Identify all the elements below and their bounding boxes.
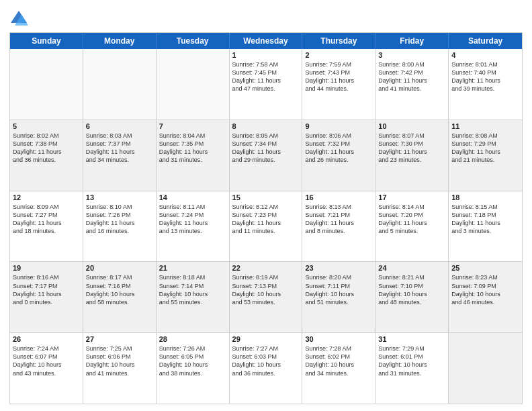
day-info: Sunrise: 8:17 AM Sunset: 7:16 PM Dayligh… bbox=[86, 273, 153, 306]
calendar-cell bbox=[449, 333, 522, 404]
calendar-cell: 31Sunrise: 7:29 AM Sunset: 6:01 PM Dayli… bbox=[375, 333, 449, 404]
calendar-row-0: 1Sunrise: 7:58 AM Sunset: 7:45 PM Daylig… bbox=[10, 49, 522, 120]
day-info: Sunrise: 8:02 AM Sunset: 7:38 PM Dayligh… bbox=[13, 132, 80, 165]
day-info: Sunrise: 8:18 AM Sunset: 7:14 PM Dayligh… bbox=[159, 273, 226, 306]
day-info: Sunrise: 8:11 AM Sunset: 7:24 PM Dayligh… bbox=[159, 203, 226, 236]
day-info: Sunrise: 7:59 AM Sunset: 7:43 PM Dayligh… bbox=[305, 60, 372, 93]
day-info: Sunrise: 8:20 AM Sunset: 7:11 PM Dayligh… bbox=[305, 273, 372, 306]
day-number: 4 bbox=[451, 51, 519, 59]
calendar-cell: 23Sunrise: 8:20 AM Sunset: 7:11 PM Dayli… bbox=[302, 262, 375, 332]
calendar-cell: 22Sunrise: 8:19 AM Sunset: 7:13 PM Dayli… bbox=[230, 262, 303, 332]
calendar-row-1: 5Sunrise: 8:02 AM Sunset: 7:38 PM Daylig… bbox=[10, 120, 522, 191]
logo-icon bbox=[9, 9, 28, 28]
calendar-header: SundayMondayTuesdayWednesdayThursdayFrid… bbox=[10, 33, 522, 49]
calendar-cell: 8Sunrise: 8:05 AM Sunset: 7:34 PM Daylig… bbox=[230, 120, 303, 191]
header-day-sunday: Sunday bbox=[10, 33, 83, 49]
day-number: 7 bbox=[159, 122, 226, 130]
day-number: 27 bbox=[86, 335, 153, 343]
header bbox=[9, 7, 523, 28]
calendar-cell: 16Sunrise: 8:13 AM Sunset: 7:21 PM Dayli… bbox=[302, 191, 375, 262]
day-info: Sunrise: 8:08 AM Sunset: 7:29 PM Dayligh… bbox=[451, 132, 519, 165]
calendar-cell: 11Sunrise: 8:08 AM Sunset: 7:29 PM Dayli… bbox=[449, 120, 522, 191]
day-number: 25 bbox=[451, 264, 519, 272]
day-number: 31 bbox=[378, 335, 445, 343]
day-number: 24 bbox=[378, 264, 445, 272]
day-info: Sunrise: 8:13 AM Sunset: 7:21 PM Dayligh… bbox=[305, 203, 372, 236]
header-day-tuesday: Tuesday bbox=[157, 33, 230, 49]
day-number: 13 bbox=[86, 193, 153, 201]
calendar-cell bbox=[157, 49, 230, 120]
calendar-cell: 10Sunrise: 8:07 AM Sunset: 7:30 PM Dayli… bbox=[375, 120, 449, 191]
day-number: 28 bbox=[159, 335, 226, 343]
day-number: 21 bbox=[159, 264, 226, 272]
day-info: Sunrise: 8:05 AM Sunset: 7:34 PM Dayligh… bbox=[232, 132, 300, 165]
day-number: 12 bbox=[13, 193, 80, 201]
day-number: 9 bbox=[305, 122, 372, 130]
header-day-thursday: Thursday bbox=[302, 33, 375, 49]
calendar-cell bbox=[83, 49, 157, 120]
day-number: 2 bbox=[305, 51, 372, 59]
day-info: Sunrise: 8:14 AM Sunset: 7:20 PM Dayligh… bbox=[378, 203, 445, 236]
calendar-cell bbox=[10, 49, 83, 120]
day-number: 29 bbox=[232, 335, 300, 343]
day-number: 23 bbox=[305, 264, 372, 272]
day-info: Sunrise: 8:16 AM Sunset: 7:17 PM Dayligh… bbox=[13, 273, 80, 306]
calendar-cell: 26Sunrise: 7:24 AM Sunset: 6:07 PM Dayli… bbox=[10, 333, 83, 404]
day-number: 17 bbox=[378, 193, 445, 201]
day-number: 30 bbox=[305, 335, 372, 343]
day-info: Sunrise: 7:26 AM Sunset: 6:05 PM Dayligh… bbox=[159, 345, 226, 377]
calendar-cell: 18Sunrise: 8:15 AM Sunset: 7:18 PM Dayli… bbox=[449, 191, 522, 262]
day-info: Sunrise: 8:04 AM Sunset: 7:35 PM Dayligh… bbox=[159, 132, 226, 165]
day-info: Sunrise: 8:03 AM Sunset: 7:37 PM Dayligh… bbox=[86, 132, 153, 165]
day-info: Sunrise: 7:28 AM Sunset: 6:02 PM Dayligh… bbox=[305, 345, 372, 377]
calendar-cell: 15Sunrise: 8:12 AM Sunset: 7:23 PM Dayli… bbox=[230, 191, 303, 262]
calendar-cell: 17Sunrise: 8:14 AM Sunset: 7:20 PM Dayli… bbox=[375, 191, 449, 262]
calendar-row-4: 26Sunrise: 7:24 AM Sunset: 6:07 PM Dayli… bbox=[10, 332, 522, 404]
day-info: Sunrise: 8:00 AM Sunset: 7:42 PM Dayligh… bbox=[378, 60, 445, 93]
calendar-cell: 2Sunrise: 7:59 AM Sunset: 7:43 PM Daylig… bbox=[302, 49, 375, 120]
day-number: 19 bbox=[13, 264, 80, 272]
calendar-cell: 5Sunrise: 8:02 AM Sunset: 7:38 PM Daylig… bbox=[10, 120, 83, 191]
day-number: 5 bbox=[13, 122, 80, 130]
calendar-cell: 12Sunrise: 8:09 AM Sunset: 7:27 PM Dayli… bbox=[10, 191, 83, 262]
header-day-monday: Monday bbox=[83, 33, 157, 49]
day-number: 20 bbox=[86, 264, 153, 272]
calendar-cell: 20Sunrise: 8:17 AM Sunset: 7:16 PM Dayli… bbox=[83, 262, 157, 332]
calendar-cell: 7Sunrise: 8:04 AM Sunset: 7:35 PM Daylig… bbox=[157, 120, 230, 191]
day-number: 18 bbox=[451, 193, 519, 201]
day-info: Sunrise: 8:06 AM Sunset: 7:32 PM Dayligh… bbox=[305, 132, 372, 165]
calendar-cell: 6Sunrise: 8:03 AM Sunset: 7:37 PM Daylig… bbox=[83, 120, 157, 191]
day-info: Sunrise: 8:19 AM Sunset: 7:13 PM Dayligh… bbox=[232, 273, 300, 306]
day-number: 10 bbox=[378, 122, 445, 130]
day-number: 22 bbox=[232, 264, 300, 272]
calendar-cell: 28Sunrise: 7:26 AM Sunset: 6:05 PM Dayli… bbox=[157, 333, 230, 404]
page: SundayMondayTuesdayWednesdayThursdayFrid… bbox=[0, 0, 532, 411]
calendar-cell: 13Sunrise: 8:10 AM Sunset: 7:26 PM Dayli… bbox=[83, 191, 157, 262]
day-info: Sunrise: 8:12 AM Sunset: 7:23 PM Dayligh… bbox=[232, 203, 300, 236]
day-info: Sunrise: 8:21 AM Sunset: 7:10 PM Dayligh… bbox=[378, 273, 445, 306]
day-info: Sunrise: 8:23 AM Sunset: 7:09 PM Dayligh… bbox=[451, 273, 519, 306]
day-info: Sunrise: 8:15 AM Sunset: 7:18 PM Dayligh… bbox=[451, 203, 519, 236]
header-day-wednesday: Wednesday bbox=[230, 33, 303, 49]
header-day-friday: Friday bbox=[375, 33, 449, 49]
calendar-cell: 3Sunrise: 8:00 AM Sunset: 7:42 PM Daylig… bbox=[375, 49, 449, 120]
calendar-cell: 21Sunrise: 8:18 AM Sunset: 7:14 PM Dayli… bbox=[157, 262, 230, 332]
calendar-body: 1Sunrise: 7:58 AM Sunset: 7:45 PM Daylig… bbox=[10, 49, 522, 404]
header-day-saturday: Saturday bbox=[449, 33, 522, 49]
day-info: Sunrise: 8:01 AM Sunset: 7:40 PM Dayligh… bbox=[451, 60, 519, 93]
calendar-row-2: 12Sunrise: 8:09 AM Sunset: 7:27 PM Dayli… bbox=[10, 191, 522, 262]
day-info: Sunrise: 7:24 AM Sunset: 6:07 PM Dayligh… bbox=[13, 345, 80, 377]
logo bbox=[9, 9, 30, 28]
calendar-cell: 27Sunrise: 7:25 AM Sunset: 6:06 PM Dayli… bbox=[83, 333, 157, 404]
day-number: 16 bbox=[305, 193, 372, 201]
calendar: SundayMondayTuesdayWednesdayThursdayFrid… bbox=[9, 32, 523, 404]
day-info: Sunrise: 8:09 AM Sunset: 7:27 PM Dayligh… bbox=[13, 203, 80, 236]
day-number: 6 bbox=[86, 122, 153, 130]
day-info: Sunrise: 7:27 AM Sunset: 6:03 PM Dayligh… bbox=[232, 345, 300, 377]
day-info: Sunrise: 8:10 AM Sunset: 7:26 PM Dayligh… bbox=[86, 203, 153, 236]
day-number: 15 bbox=[232, 193, 300, 201]
day-number: 11 bbox=[451, 122, 519, 130]
day-number: 26 bbox=[13, 335, 80, 343]
calendar-row-3: 19Sunrise: 8:16 AM Sunset: 7:17 PM Dayli… bbox=[10, 261, 522, 332]
day-number: 1 bbox=[232, 51, 300, 59]
